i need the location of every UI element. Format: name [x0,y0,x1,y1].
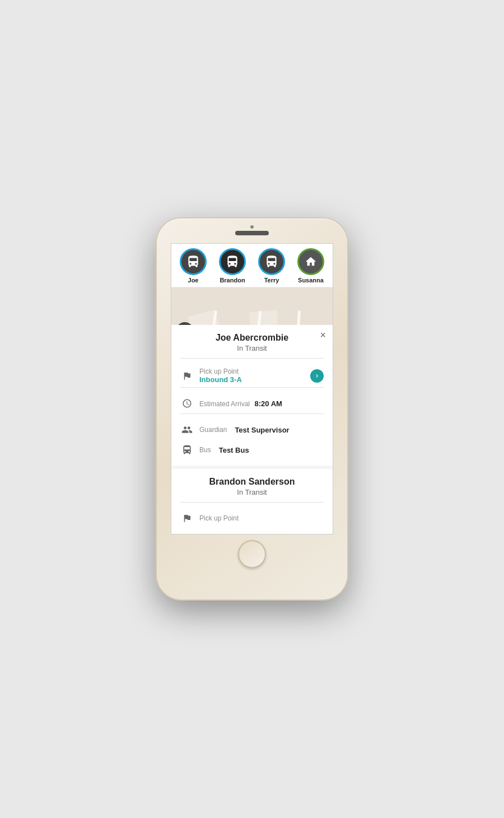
brandon-pickup-label: Pick up Point [199,514,324,522]
avatar-brandon-label: Brandon [220,277,245,283]
brandon-flag-icon [180,512,194,525]
pickup-row: Pick up Point Inbound 3-A [180,364,324,387]
map-area: → ← Calle Acústica Calle Geología Calle … [171,244,333,534]
divider-2 [180,387,324,388]
brandon-pickup-row: Pick up Point [180,508,324,528]
arrival-label: Estimated Arrival [199,400,250,408]
avatar-joe-label: Joe [188,277,199,283]
brandon-name: Brandon Sanderson [180,477,324,487]
arrival-text-group: Estimated Arrival 8:20 AM [199,398,324,408]
avatar-susanna-label: Susanna [298,277,324,283]
pickup-text-group: Pick up Point Inbound 3-A [199,368,305,384]
phone-screen: → ← Calle Acústica Calle Geología Calle … [171,243,333,535]
joe-name: Joe Abercrombie [180,333,324,343]
bus-label: Bus [199,446,211,454]
bus-icon-joe [186,254,200,269]
flag-icon [180,369,194,383]
close-button[interactable]: × [320,329,326,341]
pickup-label: Pick up Point [199,368,305,375]
bus-value: Test Bus [219,446,249,454]
joe-status: In Transit [180,344,324,352]
chevron-right-icon [314,373,320,379]
avatar-susanna-circle [297,248,324,275]
avatar-joe[interactable]: Joe [180,248,207,283]
bus-icon-terry [264,254,279,269]
home-icon-susanna [305,255,317,268]
guardian-icon [180,423,194,436]
brandon-pickup-text: Pick up Point [199,514,324,522]
pickup-value: Inbound 3-A [199,375,305,384]
brandon-card: Brandon Sanderson In Transit Pick up Poi… [171,469,333,534]
bus-detail-icon [180,443,194,457]
brandon-divider [180,502,324,503]
avatar-susanna[interactable]: Susanna [297,248,324,283]
arrival-time: 8:20 AM [254,399,282,408]
arrival-row: Estimated Arrival 8:20 AM [180,393,324,413]
avatar-brandon-circle [219,248,246,275]
phone-top-bar [157,219,347,239]
guardian-value: Test Supervisor [235,426,289,434]
avatar-terry-label: Terry [264,277,279,283]
divider-1 [180,358,324,359]
home-button[interactable] [238,540,266,568]
brandon-status: In Transit [180,488,324,496]
bus-row: Bus Test Bus [180,440,324,460]
phone-frame: → ← Calle Acústica Calle Geología Calle … [157,219,347,599]
bus-icon-brandon [225,254,240,269]
avatar-terry-circle [258,248,285,275]
pickup-chevron-container [310,369,324,383]
avatar-joe-circle [180,248,207,275]
avatar-brandon[interactable]: Brandon [219,248,246,283]
guardian-row: Guardian Test Supervisor [180,420,324,440]
avatar-terry[interactable]: Terry [258,248,285,283]
clock-icon [180,397,194,410]
pickup-chevron-button[interactable] [310,369,324,383]
divider-3 [180,413,324,414]
guardian-label: Guardian [199,426,227,434]
detail-panel: × Joe Abercrombie In Transit [171,325,333,534]
speaker-dot [250,225,254,229]
joe-card: Joe Abercrombie In Transit Pick up Point [171,325,333,466]
speaker-grille [235,231,269,235]
header-bar: Joe Brandon Terr [171,244,333,287]
